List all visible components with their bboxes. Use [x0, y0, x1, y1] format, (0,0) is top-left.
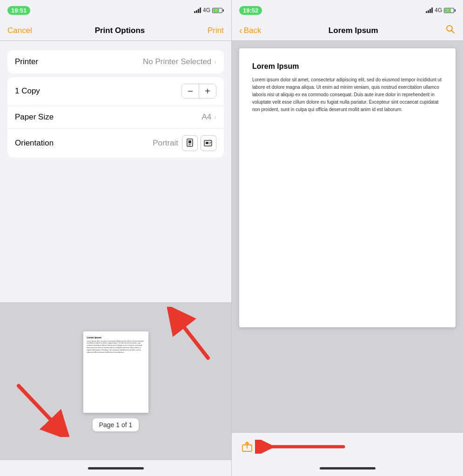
right-status-icons: 4G ⚡	[426, 7, 456, 13]
left-status-icons: 4G ⚡	[194, 7, 224, 13]
svg-line-12	[19, 386, 60, 430]
right-network-label: 4G	[435, 7, 442, 13]
right-home-indicator	[232, 460, 463, 476]
printer-card: Printer No Printer Selected ›	[7, 50, 224, 73]
portrait-icon	[185, 139, 195, 148]
share-button[interactable]	[241, 441, 253, 453]
svg-rect-5	[206, 142, 208, 144]
copies-stepper[interactable]: − +	[181, 84, 216, 99]
arrow-left-icon	[255, 440, 348, 454]
arrow-up-right-icon	[166, 307, 222, 363]
share-icon	[241, 441, 253, 453]
increase-copies-button[interactable]: +	[199, 84, 216, 98]
document-nav: ‹ Back Lorem Ipsum	[232, 20, 463, 41]
right-signal-icon	[426, 7, 433, 13]
document-body: Lorem ipsum dolor sit amet, consectetur …	[252, 76, 443, 113]
signal-icon	[194, 7, 201, 13]
left-status-bar: 19:51 4G ⚡	[0, 0, 231, 20]
left-status-time: 19:51	[7, 6, 30, 15]
printer-label: Printer	[15, 57, 38, 66]
right-home-bar	[320, 467, 376, 469]
preview-page-title: Lorem Ipsum	[87, 336, 145, 339]
chevron-left-icon: ‹	[239, 25, 242, 36]
portrait-button[interactable]	[182, 135, 198, 151]
orientation-controls: Portrait	[153, 135, 216, 151]
orientation-value: Portrait	[153, 139, 178, 148]
left-home-indicator	[0, 460, 231, 476]
copies-label: 1 Copy	[15, 86, 40, 96]
decrease-copies-button[interactable]: −	[182, 84, 199, 98]
network-label: 4G	[203, 7, 210, 13]
print-options-content: Printer No Printer Selected › 1 Copy − +	[0, 41, 231, 302]
search-button[interactable]	[445, 24, 456, 37]
right-battery-icon: ⚡	[444, 8, 456, 13]
battery-icon: ⚡	[212, 8, 224, 13]
preview-page: Lorem Ipsum Lorem ipsum dolor sit amet, …	[83, 331, 148, 413]
left-phone-panel: 19:51 4G ⚡ Cancel Print Options Print	[0, 0, 231, 476]
document-title: Lorem Ipsum	[252, 62, 443, 71]
svg-line-10	[175, 316, 208, 358]
options-card: 1 Copy − + Paper Size A4 ›	[7, 77, 224, 158]
paper-size-label: Paper Size	[15, 112, 54, 122]
print-options-list: Printer No Printer Selected › 1 Copy − +	[0, 41, 231, 176]
copies-row: 1 Copy − +	[7, 77, 224, 106]
paper-size-row[interactable]: Paper Size A4 ›	[7, 106, 224, 129]
orientation-row: Orientation Portrait	[7, 129, 224, 158]
bottom-toolbar	[232, 432, 463, 460]
right-phone-panel: 19:52 4G ⚡ ‹ Back Lorem Ipsum	[231, 0, 463, 476]
print-button[interactable]: Print	[208, 26, 224, 35]
document-area: Lorem Ipsum Lorem ipsum dolor sit amet, …	[232, 41, 463, 432]
paper-size-value: A4 ›	[202, 112, 216, 122]
orientation-label: Orientation	[15, 139, 54, 148]
right-status-time: 19:52	[239, 6, 262, 15]
document-nav-title: Lorem Ipsum	[329, 26, 378, 35]
svg-line-14	[452, 31, 455, 33]
cancel-button[interactable]: Cancel	[7, 26, 32, 35]
left-home-bar	[88, 467, 144, 469]
print-options-nav: Cancel Print Options Print	[0, 20, 231, 41]
paper-size-chevron-icon: ›	[214, 113, 216, 121]
printer-value: No Printer Selected ›	[143, 57, 216, 66]
print-preview-area: Lorem Ipsum Lorem ipsum dolor sit amet, …	[0, 302, 231, 460]
orientation-buttons	[182, 135, 216, 151]
search-icon	[445, 24, 456, 34]
page-indicator: Page 1 of 1	[93, 418, 139, 431]
svg-rect-1	[188, 140, 191, 143]
landscape-icon	[204, 139, 213, 148]
back-button[interactable]: ‹ Back	[239, 25, 261, 36]
preview-page-body: Lorem ipsum dolor sit amet, consectetur …	[87, 340, 145, 354]
arrow-down-left-icon	[9, 377, 70, 437]
landscape-button[interactable]	[201, 135, 216, 151]
print-options-title: Print Options	[95, 26, 145, 35]
document-page: Lorem Ipsum Lorem ipsum dolor sit amet, …	[239, 48, 456, 327]
right-status-bar: 19:52 4G ⚡	[232, 0, 463, 20]
printer-chevron-icon: ›	[214, 58, 216, 66]
printer-row[interactable]: Printer No Printer Selected ›	[7, 50, 224, 73]
